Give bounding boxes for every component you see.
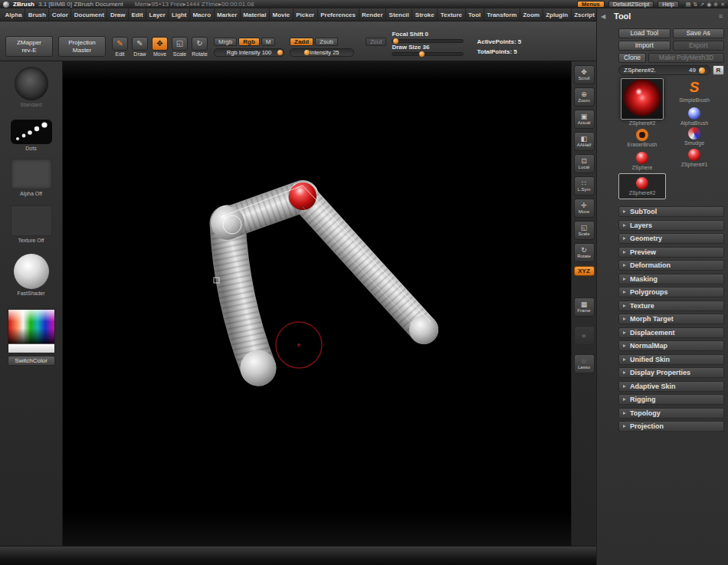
move-mode-button[interactable]: ✥ Move: [151, 37, 169, 57]
clone-button[interactable]: Clone: [618, 53, 646, 63]
zsphere-tool-preview[interactable]: [621, 78, 664, 120]
zmapper-button[interactable]: ZMapper rev-E: [5, 36, 53, 57]
subpalette-header[interactable]: Topology: [618, 408, 724, 419]
subpalette-header[interactable]: Preview: [618, 247, 724, 258]
view-tool-button[interactable]: ⊡ Local: [574, 154, 595, 173]
menu-item[interactable]: Alpha: [2, 8, 25, 21]
help-button[interactable]: Help: [657, 1, 678, 8]
menu-item[interactable]: Draw: [107, 8, 129, 21]
zcut-button[interactable]: Zcut: [366, 38, 387, 46]
menu-item[interactable]: Texture: [438, 8, 465, 21]
palette-menu-icon[interactable]: ≡: [719, 12, 723, 20]
scale-mode-button[interactable]: ◱ Scale: [171, 37, 189, 57]
view-tool-button[interactable]: ◧ AAHalf: [574, 132, 595, 151]
subpalette-header[interactable]: Geometry: [618, 233, 724, 244]
menu-item[interactable]: Material: [241, 8, 270, 21]
rgb-intensity-slider[interactable]: Rgb Intensity 100: [214, 48, 284, 57]
subpalette-header[interactable]: Unified Skin: [618, 354, 724, 365]
current-stroke[interactable]: Dots: [11, 107, 52, 151]
stroke-thumbnail[interactable]: [11, 120, 52, 144]
view-tool-button[interactable]: ◌ Lasso: [574, 354, 595, 373]
default-zscript-button[interactable]: DefaultZScript: [608, 1, 654, 8]
subpalette-header[interactable]: Polygroups: [618, 287, 724, 297]
window-control-icon[interactable]: ✕: [720, 1, 725, 8]
color-value-bar[interactable]: [8, 343, 54, 353]
current-texture[interactable]: Texture Off: [11, 196, 52, 243]
view-tool-button[interactable]: ▦ Frame: [574, 297, 595, 317]
menu-item[interactable]: Render: [359, 8, 387, 21]
subpalette-header[interactable]: Displacement: [618, 327, 724, 338]
texture-thumbnail[interactable]: [11, 205, 52, 236]
menu-item[interactable]: Tool: [466, 8, 484, 21]
export-button[interactable]: Export: [673, 41, 725, 51]
view-tool-button[interactable]: ▣ Actual: [574, 110, 595, 129]
inventory-item[interactable]: AlphaBrush: [671, 107, 718, 126]
make-polymesh3d-button[interactable]: Make PolyMesh3D: [648, 53, 724, 63]
inventory-item[interactable]: ZSphere#1: [671, 149, 718, 167]
menu-item[interactable]: Color: [49, 8, 71, 21]
slider-knob[interactable]: [419, 51, 425, 57]
menu-item[interactable]: Zoom: [520, 8, 543, 21]
subpalette-header[interactable]: Adaptive Skin: [618, 381, 724, 392]
view-tool-button[interactable]: ↻ Rotate: [574, 243, 595, 262]
inventory-item-selected[interactable]: ZSphere#2: [618, 173, 666, 199]
subpalette-header[interactable]: Masking: [618, 274, 724, 284]
selected-tool-thumbnail[interactable]: ZSphere#2: [618, 78, 666, 126]
menu-item[interactable]: Zplugin: [543, 8, 572, 21]
menu-item[interactable]: Edit: [129, 8, 146, 21]
menu-item[interactable]: Picker: [293, 8, 318, 21]
menu-item[interactable]: Layer: [146, 8, 169, 21]
current-alpha[interactable]: Alpha Off: [11, 151, 52, 196]
menu-item[interactable]: Marker: [215, 8, 241, 21]
subpalette-header[interactable]: Texture: [618, 301, 724, 311]
view-tool-button[interactable]: ⊕ Zoom: [574, 87, 595, 107]
material-sphere-thumbnail[interactable]: [14, 254, 49, 289]
menu-item[interactable]: Document: [71, 8, 107, 21]
alpha-thumbnail[interactable]: [11, 159, 52, 189]
window-control-icon[interactable]: ⇅: [693, 1, 697, 8]
load-tool-button[interactable]: Load Tool: [618, 28, 671, 38]
rgb-button[interactable]: Rgb: [238, 38, 260, 46]
brush-thumbnail[interactable]: [15, 67, 48, 100]
color-picker[interactable]: [8, 309, 55, 353]
menu-item[interactable]: Transform: [484, 8, 520, 21]
document-canvas[interactable]: [63, 61, 571, 546]
slider-knob[interactable]: [393, 38, 398, 44]
view-tool-button[interactable]: ∗: [574, 326, 595, 345]
draw-mode-button[interactable]: ✎ Draw: [131, 37, 149, 57]
view-tool-button[interactable]: ✥ Scroll: [574, 65, 595, 84]
window-control-icon[interactable]: ▤: [686, 1, 691, 8]
window-control-icon[interactable]: ↗: [700, 1, 704, 8]
menu-item[interactable]: Zscript: [572, 8, 598, 21]
menu-item[interactable]: Preferences: [318, 8, 359, 21]
menu-item[interactable]: Light: [169, 8, 190, 21]
color-gradient-area[interactable]: [8, 310, 54, 343]
view-tool-button[interactable]: ✛ Move: [574, 199, 595, 218]
menu-item[interactable]: Stroke: [412, 8, 438, 21]
tool-item-slider[interactable]: ZSphere#2. 49: [618, 65, 710, 75]
draw-size-slider[interactable]: [392, 52, 464, 56]
save-as-button[interactable]: Save As: [673, 28, 725, 38]
subpalette-header[interactable]: Morph Target: [618, 314, 724, 324]
collapse-panel-icon[interactable]: ◀: [601, 13, 605, 20]
inventory-item[interactable]: ZSphere: [618, 152, 666, 170]
menu-item[interactable]: Movie: [270, 8, 293, 21]
xyz-symmetry-button[interactable]: XYZ: [574, 266, 595, 276]
menus-button[interactable]: Menus: [577, 1, 605, 8]
view-tool-button[interactable]: ◱ Scale: [574, 221, 595, 240]
window-control-icon[interactable]: ⊕: [713, 1, 718, 8]
menu-item[interactable]: Brush: [25, 8, 49, 21]
projection-master-button[interactable]: Projection Master: [58, 36, 106, 57]
zadd-button[interactable]: Zadd: [290, 38, 313, 46]
zsub-button[interactable]: Zsub: [315, 38, 338, 46]
edit-mode-button[interactable]: ✎ Edit: [111, 37, 129, 57]
menu-item[interactable]: Macro: [190, 8, 215, 21]
rotate-mode-button[interactable]: ↻ Rotate: [191, 37, 208, 57]
mrgb-button[interactable]: Mrgb: [214, 38, 237, 46]
inventory-item[interactable]: S SimpleBrush: [671, 78, 718, 103]
subpalette-header[interactable]: SubTool: [618, 206, 724, 217]
switch-color-button[interactable]: SwitchColor: [8, 356, 55, 366]
subpalette-header[interactable]: Deformation: [618, 260, 724, 271]
current-material[interactable]: FastShader: [14, 243, 49, 296]
focal-shift-slider[interactable]: [392, 39, 464, 43]
